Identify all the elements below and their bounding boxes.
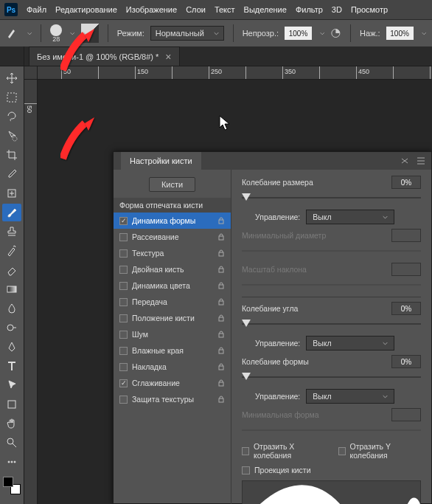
- tool-blur[interactable]: [2, 300, 21, 317]
- tool-zoom[interactable]: [2, 434, 21, 452]
- tool-history-brush[interactable]: [2, 242, 21, 260]
- checkbox[interactable]: [119, 282, 128, 290]
- ruler-horizontal[interactable]: 50150250350450550: [38, 66, 432, 80]
- brush-option-текстура[interactable]: Текстура: [114, 245, 231, 261]
- tool-heal[interactable]: [2, 184, 21, 202]
- brush-option-динамика-цвета[interactable]: Динамика цвета: [114, 277, 231, 294]
- checkbox[interactable]: [119, 331, 128, 339]
- menu-layer[interactable]: Слои: [186, 5, 206, 14]
- chevron-down-icon[interactable]: [422, 31, 426, 36]
- brush-option-динамика-формы[interactable]: Динамика формы: [114, 213, 231, 229]
- panel-menu-icon[interactable]: [417, 156, 425, 165]
- checkbox[interactable]: [119, 217, 128, 225]
- tool-shape[interactable]: [2, 396, 21, 413]
- lock-icon[interactable]: [217, 217, 225, 224]
- color-swatches[interactable]: [3, 477, 21, 494]
- flip-x-checkbox[interactable]: Отразить X колебания: [242, 442, 325, 460]
- tool-gradient[interactable]: [2, 280, 21, 298]
- lock-icon[interactable]: [217, 331, 225, 338]
- opacity-input[interactable]: 100%: [285, 27, 312, 40]
- brush-option-рассеивание[interactable]: Рассеивание: [114, 229, 231, 245]
- chevron-down-icon[interactable]: [70, 31, 74, 36]
- menu-filter[interactable]: Фильтр: [296, 5, 323, 14]
- size-jitter-value[interactable]: 0%: [391, 176, 421, 189]
- lock-icon[interactable]: [217, 298, 225, 305]
- angle-control-select[interactable]: Выкл: [306, 336, 394, 351]
- checkbox[interactable]: [119, 298, 128, 306]
- tool-eyedropper[interactable]: [2, 165, 21, 183]
- tool-brush[interactable]: [2, 204, 21, 221]
- chevron-down-icon[interactable]: [320, 31, 324, 36]
- brush-option-положение-кисти[interactable]: Положение кисти: [114, 310, 231, 326]
- angle-jitter-value[interactable]: 0%: [391, 302, 421, 315]
- lock-icon[interactable]: [217, 314, 225, 322]
- menu-file[interactable]: Файл: [27, 5, 46, 14]
- panel-tab-brush-settings[interactable]: Настройки кисти: [121, 152, 201, 170]
- brush-tip-shape-header[interactable]: Форма отпечатка кисти: [114, 198, 231, 213]
- menu-type[interactable]: Текст: [215, 5, 235, 14]
- tool-quick-select[interactable]: [2, 127, 21, 145]
- roundness-jitter-slider[interactable]: [242, 373, 421, 382]
- brush-option-защита-текстуры[interactable]: Защита текстуры: [114, 391, 231, 407]
- canvas-area[interactable]: 50150250350450550 50 Настройки кисти Кис…: [24, 66, 432, 504]
- angle-jitter-slider[interactable]: [242, 320, 421, 328]
- checkbox[interactable]: [119, 266, 128, 274]
- brush-option-передача[interactable]: Передача: [114, 294, 231, 310]
- lock-icon[interactable]: [217, 249, 225, 257]
- tool-marquee[interactable]: [2, 89, 21, 106]
- tool-path-select[interactable]: [2, 376, 21, 394]
- flow-input[interactable]: 100%: [386, 27, 414, 40]
- checkbox[interactable]: [119, 249, 128, 258]
- size-jitter-slider[interactable]: [242, 193, 421, 202]
- tool-edit-toolbar[interactable]: [2, 453, 21, 471]
- chevron-down-icon[interactable]: [27, 31, 32, 36]
- checkbox[interactable]: [119, 396, 128, 404]
- checkbox[interactable]: [119, 347, 128, 355]
- lock-icon[interactable]: [217, 363, 225, 370]
- brush-option-двойная-кисть[interactable]: Двойная кисть: [114, 261, 231, 277]
- tool-lasso[interactable]: [2, 108, 21, 125]
- foreground-color-swatch[interactable]: [3, 477, 13, 487]
- tool-preset-picker[interactable]: [6, 27, 19, 40]
- checkbox[interactable]: [119, 314, 128, 322]
- menu-3d[interactable]: 3D: [332, 5, 342, 14]
- brush-option-накладка[interactable]: Накладка: [114, 359, 231, 375]
- document-tab[interactable]: Без имени-1 @ 100% (RGB/8#) * ×: [29, 46, 180, 66]
- tool-pen[interactable]: [2, 338, 21, 356]
- lock-icon[interactable]: [217, 396, 225, 403]
- pressure-opacity-icon[interactable]: [330, 27, 341, 39]
- brush-settings-toggle-icon[interactable]: [81, 24, 99, 43]
- blend-mode-select[interactable]: Нормальный: [150, 26, 224, 41]
- panel-collapse-icon[interactable]: [400, 156, 409, 165]
- close-icon[interactable]: ×: [164, 53, 172, 61]
- tool-stamp[interactable]: [2, 223, 21, 241]
- tool-eraser[interactable]: [2, 261, 21, 279]
- lock-icon[interactable]: [217, 233, 225, 241]
- tool-move[interactable]: [2, 69, 21, 87]
- roundness-jitter-value[interactable]: 0%: [391, 355, 421, 368]
- lock-icon[interactable]: [217, 379, 225, 387]
- menu-edit[interactable]: Редактирование: [55, 5, 117, 14]
- tool-dodge[interactable]: [2, 319, 21, 336]
- checkbox[interactable]: [119, 363, 128, 371]
- brush-option-влажные-края[interactable]: Влажные края: [114, 342, 231, 359]
- tool-hand[interactable]: [2, 415, 21, 432]
- checkbox[interactable]: [119, 233, 128, 241]
- tool-type[interactable]: [2, 357, 21, 375]
- size-control-select[interactable]: Выкл: [306, 210, 394, 224]
- flip-y-checkbox[interactable]: Отразить Y колебания: [338, 442, 421, 460]
- menu-select[interactable]: Выделение: [244, 5, 287, 14]
- lock-icon[interactable]: [217, 347, 225, 354]
- roundness-control-select[interactable]: Выкл: [306, 389, 394, 404]
- lock-icon[interactable]: [217, 282, 225, 289]
- lock-icon[interactable]: [217, 266, 225, 273]
- menu-image[interactable]: Изображение: [126, 5, 177, 14]
- brush-projection-checkbox[interactable]: Проекция кисти: [242, 466, 421, 474]
- ruler-vertical[interactable]: 50: [24, 80, 38, 504]
- brush-option-шум[interactable]: Шум: [114, 326, 231, 342]
- checkbox[interactable]: [119, 379, 128, 387]
- brushes-button[interactable]: Кисти: [149, 177, 195, 192]
- brush-preview[interactable]: 28: [50, 24, 62, 43]
- tool-crop[interactable]: [2, 146, 21, 164]
- menu-view[interactable]: Просмотр: [351, 5, 388, 14]
